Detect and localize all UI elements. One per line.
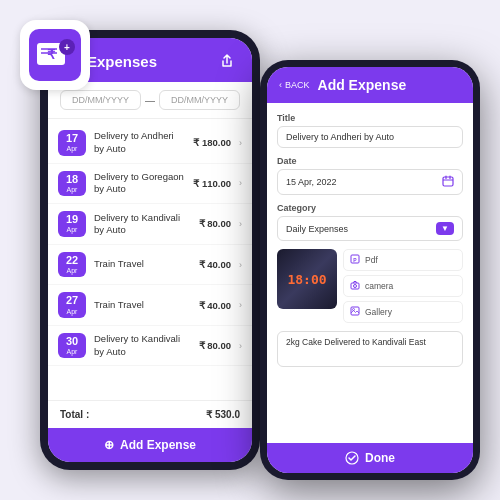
- pdf-option[interactable]: P Pdf: [343, 249, 463, 271]
- badge-day: 30: [66, 335, 78, 348]
- date-badge: 30 Apr: [58, 333, 86, 359]
- date-badge: 19 Apr: [58, 211, 86, 237]
- phone-back: My Expenses DD/MM/YYYY — DD/MM/YYYY: [40, 30, 260, 470]
- chevron-icon: ›: [239, 219, 242, 229]
- add-expense-label: Add Expense: [120, 438, 196, 452]
- expense-description: Delivery to Andheri by Auto: [94, 130, 185, 155]
- category-value: Daily Expenses: [286, 224, 348, 234]
- media-section: 18:00 P Pdf: [277, 249, 463, 323]
- badge-month: Apr: [67, 145, 78, 153]
- chevron-icon: ›: [239, 178, 242, 188]
- add-icon: ⊕: [104, 438, 114, 452]
- badge-month: Apr: [67, 186, 78, 194]
- svg-rect-7: [443, 177, 453, 186]
- done-button[interactable]: Done: [267, 443, 473, 473]
- expense-description: Train Travel: [94, 258, 191, 270]
- total-row: Total : ₹ 530.0: [48, 400, 252, 428]
- phone-front-screen: ‹ BACK Add Expense Title Delivery to And…: [267, 67, 473, 473]
- expense-item[interactable]: 30 Apr Delivery to Kandivali by Auto ₹ 8…: [48, 326, 252, 367]
- expense-amount: ₹ 80.00: [199, 218, 231, 229]
- done-label: Done: [365, 451, 395, 465]
- pdf-label: Pdf: [365, 255, 378, 265]
- expense-item[interactable]: 19 Apr Delivery to Kandivali by Auto ₹ 8…: [48, 204, 252, 245]
- date-badge: 22 Apr: [58, 252, 86, 278]
- thumbnail-display: 18:00: [277, 249, 337, 309]
- badge-day: 27: [66, 294, 78, 307]
- media-options: P Pdf: [343, 249, 463, 323]
- phone-front: ‹ BACK Add Expense Title Delivery to And…: [260, 60, 480, 480]
- svg-text:+: +: [64, 42, 70, 53]
- gallery-label: Gallery: [365, 307, 392, 317]
- back-chevron-icon: ‹: [279, 80, 282, 90]
- svg-point-14: [354, 285, 357, 288]
- title-value: Delivery to Andheri by Auto: [286, 132, 394, 142]
- chevron-icon: ›: [239, 138, 242, 148]
- date-field-input[interactable]: 15 Apr, 2022: [277, 169, 463, 195]
- gallery-option[interactable]: Gallery: [343, 301, 463, 323]
- form-body: Title Delivery to Andheri by Auto Date 1…: [267, 103, 473, 443]
- back-label: BACK: [285, 80, 310, 90]
- add-expense-button[interactable]: ⊕ Add Expense: [48, 428, 252, 462]
- svg-rect-13: [351, 283, 359, 289]
- from-date-input[interactable]: DD/MM/YYYY: [60, 90, 141, 110]
- camera-icon: [350, 280, 360, 292]
- gallery-icon: [350, 306, 360, 318]
- expense-item[interactable]: 18 Apr Delivery to Goregaon by Auto ₹ 11…: [48, 164, 252, 205]
- date-badge: 18 Apr: [58, 171, 86, 197]
- badge-month: Apr: [67, 348, 78, 356]
- pdf-icon: P: [350, 254, 360, 266]
- back-button[interactable]: ‹ BACK: [279, 80, 310, 90]
- chevron-icon: ›: [239, 341, 242, 351]
- badge-month: Apr: [67, 226, 78, 234]
- date-badge: 17 Apr: [58, 130, 86, 156]
- expense-item[interactable]: 27 Apr Train Travel ₹ 40.00 ›: [48, 285, 252, 326]
- chevron-icon: ›: [239, 260, 242, 270]
- title-field-input[interactable]: Delivery to Andheri by Auto: [277, 126, 463, 148]
- date-field-group: Date 15 Apr, 2022: [277, 156, 463, 195]
- to-date-input[interactable]: DD/MM/YYYY: [159, 90, 240, 110]
- expense-item[interactable]: 17 Apr Delivery to Andheri by Auto ₹ 180…: [48, 123, 252, 164]
- expense-description: Delivery to Kandivali by Auto: [94, 333, 191, 358]
- note-field-group: 2kg Cake Delivered to Kandivali East: [277, 331, 463, 367]
- expense-description: Delivery to Kandivali by Auto: [94, 212, 191, 237]
- title-field-label: Title: [277, 113, 463, 123]
- chevron-icon: ›: [239, 300, 242, 310]
- expense-item[interactable]: 22 Apr Train Travel ₹ 40.00 ›: [48, 245, 252, 286]
- badge-day: 19: [66, 213, 78, 226]
- expense-amount: ₹ 110.00: [193, 178, 231, 189]
- camera-option[interactable]: camera: [343, 275, 463, 297]
- expense-amount: ₹ 180.00: [193, 137, 231, 148]
- done-check-icon: [345, 451, 359, 465]
- thumbnail-digits: 18:00: [287, 272, 326, 287]
- date-value: 15 Apr, 2022: [286, 177, 337, 187]
- calendar-icon: [442, 175, 454, 189]
- dropdown-arrow-icon: ▼: [436, 222, 454, 235]
- badge-month: Apr: [67, 308, 78, 316]
- expense-amount: ₹ 40.00: [199, 300, 231, 311]
- phone-back-screen: My Expenses DD/MM/YYYY — DD/MM/YYYY: [48, 38, 252, 462]
- badge-day: 17: [66, 132, 78, 145]
- form-header: ‹ BACK Add Expense: [267, 67, 473, 103]
- category-select[interactable]: Daily Expenses ▼: [277, 216, 463, 241]
- note-textarea[interactable]: 2kg Cake Delivered to Kandivali East: [277, 331, 463, 367]
- svg-text:P: P: [353, 257, 357, 263]
- expense-amount: ₹ 40.00: [199, 259, 231, 270]
- share-icon[interactable]: [216, 50, 238, 72]
- expense-description: Train Travel: [94, 299, 191, 311]
- category-field-group: Category Daily Expenses ▼: [277, 203, 463, 241]
- category-field-label: Category: [277, 203, 463, 213]
- badge-day: 22: [66, 254, 78, 267]
- badge-day: 18: [66, 173, 78, 186]
- form-header-title: Add Expense: [318, 77, 407, 93]
- badge-month: Apr: [67, 267, 78, 275]
- expense-amount: ₹ 80.00: [199, 340, 231, 351]
- date-field-label: Date: [277, 156, 463, 166]
- date-range-arrow: —: [145, 95, 155, 106]
- camera-label: camera: [365, 281, 393, 291]
- total-label: Total :: [60, 409, 89, 420]
- title-field-group: Title Delivery to Andheri by Auto: [277, 113, 463, 148]
- media-thumbnail[interactable]: 18:00: [277, 249, 337, 309]
- total-amount: ₹ 530.0: [206, 409, 240, 420]
- svg-rect-15: [351, 307, 359, 315]
- expense-description: Delivery to Goregaon by Auto: [94, 171, 185, 196]
